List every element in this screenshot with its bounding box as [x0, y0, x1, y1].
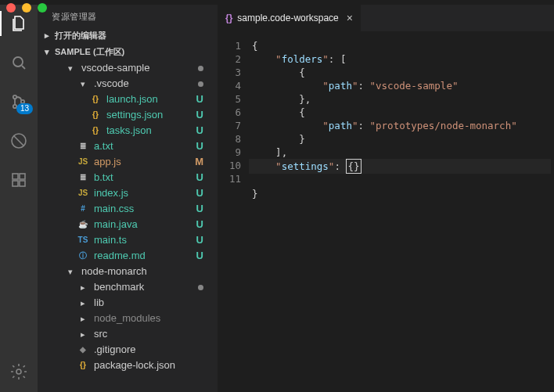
extensions-icon — [9, 171, 28, 189]
chevron-right-icon: ▸ — [42, 31, 52, 41]
git-status-letter: U — [190, 92, 203, 107]
item-label: node_modules — [94, 311, 160, 326]
bug-icon — [9, 131, 28, 150]
git-status-letter: U — [190, 123, 203, 138]
item-label: vscode-sample — [81, 60, 149, 76]
file-item[interactable]: ≣a.txtU — [38, 138, 218, 154]
chevron-down-icon: ▾ — [64, 264, 77, 279]
item-label: benchmark — [94, 279, 144, 295]
svg-rect-6 — [20, 174, 25, 179]
item-label: tasks.json — [106, 123, 152, 138]
minimize-window-icon[interactable] — [22, 3, 31, 13]
item-label: b.txt — [94, 170, 113, 185]
file-type-icon: JS — [77, 185, 89, 201]
file-item[interactable]: {}settings.jsonU — [38, 107, 218, 123]
activity-scm[interactable]: 13 — [0, 88, 38, 116]
modified-dot-icon — [198, 285, 203, 290]
file-item[interactable]: {}launch.jsonU — [38, 92, 218, 107]
svg-rect-8 — [20, 181, 25, 186]
file-type-icon: {} — [89, 107, 102, 123]
chevron-right-icon: ▸ — [77, 295, 89, 311]
item-label: main.java — [94, 217, 138, 232]
folder-item[interactable]: ▾node-monarch — [38, 264, 218, 279]
file-item[interactable]: #main.cssU — [38, 201, 218, 217]
svg-point-0 — [13, 57, 23, 67]
maximize-window-icon[interactable] — [38, 3, 47, 13]
item-label: launch.json — [106, 92, 158, 107]
folder-item[interactable]: ▸benchmark — [38, 279, 218, 295]
json-icon: {} — [225, 13, 232, 23]
close-tab-icon[interactable]: × — [347, 12, 353, 24]
git-status-letter: U — [190, 170, 203, 185]
item-label: node-monarch — [81, 264, 147, 279]
files-icon — [9, 14, 28, 33]
git-status-letter: U — [190, 107, 203, 123]
svg-rect-7 — [13, 181, 18, 186]
workspace-section[interactable]: ▾ SAMPLE (工作区) — [38, 44, 218, 60]
folder-item[interactable]: ▾.vscode — [38, 76, 218, 92]
folder-item[interactable]: ▸src — [38, 326, 218, 342]
git-status-letter: U — [190, 232, 203, 248]
file-item[interactable]: TSmain.tsU — [38, 232, 218, 248]
item-label: a.txt — [94, 138, 113, 154]
workspace-label: SAMPLE (工作区) — [55, 46, 124, 58]
modified-dot-icon — [198, 66, 203, 71]
chevron-down-icon: ▾ — [77, 76, 89, 92]
item-label: .vscode — [94, 76, 129, 92]
file-item[interactable]: ☕main.javaU — [38, 217, 218, 232]
chevron-right-icon: ▸ — [77, 279, 89, 295]
open-editors-label: 打开的编辑器 — [55, 30, 106, 41]
close-window-icon[interactable] — [6, 3, 16, 13]
item-label: index.js — [94, 185, 128, 201]
file-item[interactable]: JSindex.jsU — [38, 185, 218, 201]
git-status-letter: M — [189, 154, 203, 170]
window-controls[interactable] — [6, 3, 47, 13]
folder-item[interactable]: ▸lib — [38, 295, 218, 311]
svg-point-9 — [16, 369, 21, 374]
code-editor[interactable]: 1234567891011 { "folders": [ { "path": "… — [218, 31, 554, 392]
file-type-icon: ◆ — [77, 342, 89, 358]
line-numbers: 1234567891011 — [218, 31, 249, 392]
gear-icon — [9, 362, 28, 381]
activity-extensions[interactable] — [0, 166, 38, 194]
code-content[interactable]: { "folders": [ { "path": "vscode-sample"… — [249, 31, 554, 392]
item-label: package-lock.json — [94, 358, 175, 373]
editor-tab-bar: {} sample.code-workspace × — [218, 5, 554, 31]
item-label: .gitignore — [94, 342, 135, 358]
modified-dot-icon — [198, 81, 203, 87]
file-type-icon: TS — [77, 232, 89, 248]
chevron-down-icon: ▾ — [64, 60, 77, 76]
file-item[interactable]: {}package-lock.json — [38, 358, 218, 373]
item-label: settings.json — [106, 107, 163, 123]
activity-debug[interactable] — [0, 127, 38, 155]
item-label: lib — [94, 295, 104, 311]
file-item[interactable]: ⓘreadme.mdU — [38, 248, 218, 264]
folder-item[interactable]: ▾vscode-sample — [38, 60, 218, 76]
chevron-down-icon: ▾ — [42, 47, 52, 57]
item-label: app.js — [94, 154, 121, 170]
scm-badge: 13 — [16, 103, 33, 114]
file-type-icon: ⓘ — [77, 248, 89, 264]
file-type-icon: {} — [89, 92, 102, 107]
sidebar-title: 资源管理器 — [38, 5, 218, 27]
activity-explorer[interactable] — [0, 9, 38, 38]
open-editors-section[interactable]: ▸ 打开的编辑器 — [38, 27, 218, 44]
folder-item[interactable]: ▸node_modules — [38, 311, 218, 326]
git-status-letter: U — [190, 217, 203, 232]
item-label: main.ts — [94, 232, 127, 248]
file-type-icon: # — [77, 201, 89, 217]
search-icon — [9, 53, 28, 72]
file-type-icon: {} — [89, 123, 102, 138]
file-item[interactable]: ≣b.txtU — [38, 170, 218, 185]
file-tree[interactable]: ▾vscode-sample▾.vscode{}launch.jsonU{}se… — [38, 60, 218, 392]
git-status-letter: U — [190, 248, 203, 264]
file-item[interactable]: ◆.gitignore — [38, 342, 218, 358]
activity-settings[interactable] — [0, 358, 38, 386]
activity-search[interactable] — [0, 49, 38, 77]
svg-point-1 — [13, 95, 16, 99]
editor-tab-sample-workspace[interactable]: {} sample.code-workspace × — [218, 5, 362, 31]
tab-label: sample.code-workspace — [237, 13, 338, 23]
git-status-letter: U — [190, 185, 203, 201]
file-item[interactable]: JSapp.jsM — [38, 154, 218, 170]
file-item[interactable]: {}tasks.jsonU — [38, 123, 218, 138]
